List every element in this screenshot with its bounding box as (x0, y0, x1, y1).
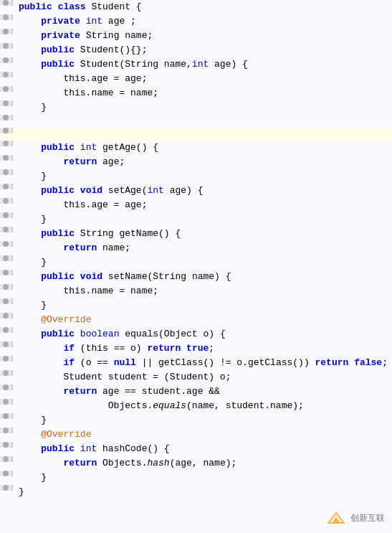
gutter-dot (3, 43, 9, 49)
code-line: if (o == null || getClass() != o.getClas… (0, 356, 392, 370)
code-line: } (0, 100, 392, 115)
gutter-dot (3, 385, 9, 390)
gutter-dot (3, 72, 9, 77)
gutter (0, 212, 13, 218)
code-line: } (0, 255, 392, 270)
gutter (0, 14, 13, 20)
token-lit: false (354, 357, 382, 368)
token-kw: if (63, 357, 75, 368)
token-kw: public (41, 44, 75, 55)
token-plain: Student(String name, (75, 59, 192, 70)
code-text: this.name = name; (13, 86, 392, 100)
token-italic: hash (147, 458, 169, 468)
token-ann: @Override (41, 314, 91, 325)
token-plain: age == student.age && (97, 386, 220, 397)
token-plain (75, 185, 80, 196)
token-plain (19, 30, 41, 41)
token-plain: this.age = age; (19, 73, 147, 84)
token-plain (181, 343, 186, 354)
gutter-dot (3, 255, 9, 261)
code-line: public boolean equals(Object o) { (0, 327, 392, 341)
gutter-dot (3, 198, 9, 204)
token-plain (75, 443, 80, 454)
code-container: public class Student { private int age ;… (0, 0, 392, 533)
token-kw: public (41, 142, 75, 153)
code-text: } (13, 169, 392, 184)
gutter (0, 57, 13, 63)
gutter-dot (3, 356, 9, 362)
token-kw: public (41, 271, 75, 282)
token-kw: void (80, 271, 102, 282)
token-plain (19, 357, 63, 368)
token-plain: } (19, 171, 47, 181)
token-plain (19, 458, 63, 468)
code-line: } (0, 413, 392, 428)
gutter-dot (3, 313, 9, 319)
token-plain: this.age = age; (19, 199, 147, 210)
gutter (0, 356, 13, 362)
gutter (0, 428, 13, 433)
code-line: return name; (0, 241, 392, 255)
gutter (0, 241, 13, 247)
token-plain: (o == (75, 357, 114, 368)
token-plain: || getClass() != o.getClass()) (136, 357, 315, 368)
gutter-dot (3, 428, 9, 433)
watermark-logo (326, 510, 346, 526)
gutter-dot (3, 241, 9, 247)
code-text: return age; (13, 155, 392, 169)
code-line: return age; (0, 155, 392, 169)
token-plain: (age, name); (170, 458, 237, 468)
token-plain: } (19, 486, 24, 497)
gutter-dot (3, 442, 9, 448)
code-text: private String name; (13, 29, 392, 43)
code-line: this.name = name; (0, 86, 392, 100)
gutter-dot (3, 57, 9, 63)
token-kw: class (58, 1, 86, 12)
token-plain: } (19, 472, 47, 483)
token-plain (19, 314, 41, 325)
gutter (0, 43, 13, 49)
code-line: public int getAge() { (0, 141, 392, 155)
gutter-dot (3, 341, 9, 347)
code-text: public boolean equals(Object o) { (13, 327, 392, 341)
gutter-dot (3, 169, 9, 175)
code-line: if (this == o) return true; (0, 341, 392, 356)
token-plain (75, 329, 80, 339)
watermark-text: 创新互联 (350, 512, 385, 524)
token-plain: } (19, 300, 47, 311)
token-plain: String name; (80, 30, 153, 41)
gutter-dot (3, 284, 9, 290)
token-plain: } (19, 415, 47, 425)
code-line: Objects.equals(name, student.name); (0, 399, 392, 413)
code-text: return name; (13, 241, 392, 255)
code-text: public void setName(String name) { (13, 270, 392, 284)
gutter (0, 227, 13, 232)
token-plain (75, 142, 80, 153)
gutter (0, 141, 13, 146)
token-kw: return (63, 458, 97, 468)
token-plain (19, 44, 41, 55)
token-plain (80, 16, 86, 27)
gutter-dot (3, 14, 9, 20)
token-plain: setName(String name) { (102, 271, 231, 282)
token-kw: return (315, 357, 349, 368)
gutter-dot (3, 227, 9, 232)
gutter (0, 29, 13, 34)
gutter (0, 255, 13, 261)
token-plain: } (19, 102, 47, 113)
code-text: } (13, 298, 392, 313)
token-plain (19, 185, 41, 196)
token-plain (52, 1, 58, 12)
gutter-dot (3, 29, 9, 34)
token-plain: Student(){}; (75, 44, 153, 55)
code-line: @Override (0, 313, 392, 327)
token-plain: this.name = name; (19, 88, 158, 98)
code-text: private int age ; (13, 14, 392, 29)
code-text: public int hashCode() { (13, 442, 392, 456)
gutter (0, 313, 13, 319)
gutter (0, 341, 13, 347)
token-ann: @Override (41, 429, 91, 440)
gutter-dot (3, 184, 9, 189)
token-plain: Objects. (97, 458, 147, 468)
code-line: this.age = age; (0, 72, 392, 86)
